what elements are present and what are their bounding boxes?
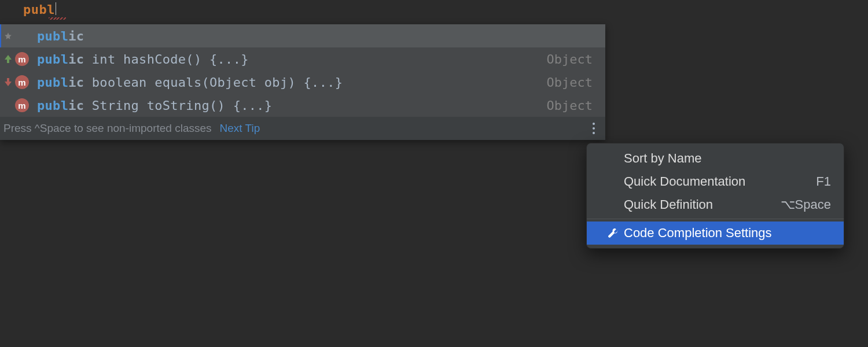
menu-shortcut: ⌥Space xyxy=(781,197,831,212)
method-badge-icon: m xyxy=(15,52,29,66)
completion-tail: Object xyxy=(547,98,593,113)
menu-quick-documentation[interactable]: Quick Documentation F1 xyxy=(587,170,844,193)
method-badge-icon: m xyxy=(15,98,29,112)
menu-label: Sort by Name xyxy=(624,151,702,166)
arrow-down-icon xyxy=(3,78,13,86)
completion-item[interactable]: public xyxy=(0,24,605,47)
kebab-menu-icon[interactable] xyxy=(590,120,597,136)
selection-indicator xyxy=(0,24,1,47)
completion-tail: Object xyxy=(547,52,593,67)
next-tip-link[interactable]: Next Tip xyxy=(220,122,260,135)
menu-label: Quick Documentation xyxy=(624,174,745,189)
menu-separator xyxy=(587,219,844,219)
text-caret xyxy=(56,2,56,15)
editor-typed-text: publ xyxy=(23,2,55,17)
error-squiggle xyxy=(49,17,66,20)
completion-footer: Press ^Space to see non-imported classes… xyxy=(0,117,605,140)
menu-label: Code Completion Settings xyxy=(624,226,772,241)
completion-item[interactable]: m public int hashCode() {...} Object xyxy=(0,47,605,71)
completion-tail: Object xyxy=(547,75,593,90)
context-menu: Sort by Name Quick Documentation F1 Quic… xyxy=(586,143,844,249)
completion-signature: public int hashCode() {...} xyxy=(37,52,547,67)
editor-typed-line: publ xyxy=(23,2,56,17)
completion-item[interactable]: m public boolean equals(Object obj) {...… xyxy=(0,71,605,94)
menu-label: Quick Definition xyxy=(624,197,713,212)
completion-item[interactable]: m public String toString() {...} Object xyxy=(0,94,605,117)
footer-hint: Press ^Space to see non-imported classes xyxy=(3,122,212,135)
completion-popup: public m public int hashCode() {...} Obj… xyxy=(0,24,605,140)
arrow-up-icon xyxy=(3,55,13,63)
star-icon xyxy=(3,32,13,40)
method-badge-icon: m xyxy=(15,75,29,89)
completion-signature: public xyxy=(37,29,593,43)
menu-sort-by-name[interactable]: Sort by Name xyxy=(587,147,844,170)
wrench-icon xyxy=(606,227,619,239)
menu-shortcut: F1 xyxy=(816,174,831,189)
completion-signature: public String toString() {...} xyxy=(37,98,547,113)
completion-signature: public boolean equals(Object obj) {...} xyxy=(37,75,547,90)
menu-code-completion-settings[interactable]: Code Completion Settings xyxy=(587,222,844,245)
editor-area[interactable]: publ public m public int hashCode() {...… xyxy=(0,0,868,347)
menu-quick-definition[interactable]: Quick Definition ⌥Space xyxy=(587,193,844,216)
